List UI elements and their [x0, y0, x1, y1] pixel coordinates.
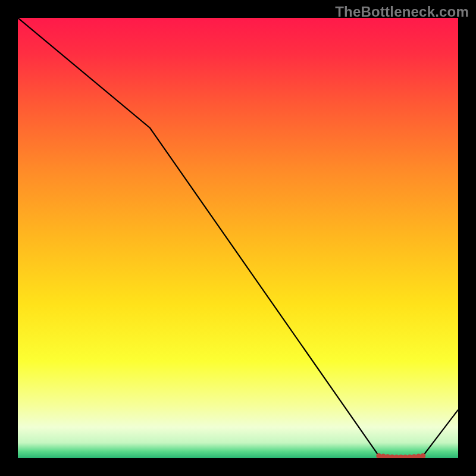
watermark-text: TheBottleneck.com: [335, 4, 469, 20]
chart-container: TheBottleneck.com: [0, 0, 476, 476]
plot-area: [18, 18, 458, 458]
marker-group: [376, 453, 425, 458]
bottleneck-curve: [18, 18, 458, 458]
line-layer: [18, 18, 458, 458]
